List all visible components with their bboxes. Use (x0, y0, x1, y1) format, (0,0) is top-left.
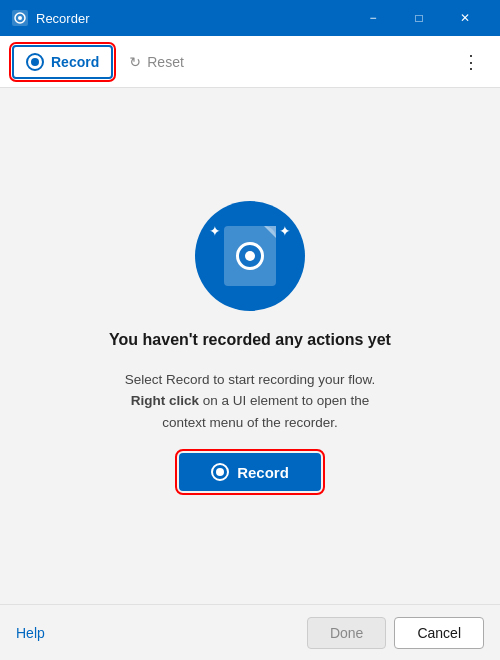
app-title: Recorder (36, 11, 89, 26)
toolbar-left: Record ↺ Reset (12, 45, 196, 79)
svg-point-2 (18, 16, 22, 20)
record-icon-inner (31, 58, 39, 66)
record-icon-main (211, 463, 229, 481)
title-bar-controls: − □ ✕ (350, 0, 488, 36)
toolbar-reset-label: Reset (147, 54, 184, 70)
empty-state-desc: Select Record to start recording your fl… (110, 369, 390, 434)
record-icon (26, 53, 44, 71)
record-circle-hero (236, 242, 264, 270)
title-bar: Recorder − □ ✕ (0, 0, 500, 36)
hero-icon-inner (224, 226, 276, 286)
empty-state-title: You haven't recorded any actions yet (109, 331, 391, 349)
hero-icon: ✦ ✦ (195, 201, 305, 311)
toolbar: Record ↺ Reset ⋮ (0, 36, 500, 88)
record-icon-main-inner (216, 468, 224, 476)
record-dot-hero (245, 251, 255, 261)
app-icon (12, 10, 28, 26)
toolbar-reset-button[interactable]: ↺ Reset (117, 48, 196, 76)
done-button: Done (307, 617, 386, 649)
doc-shape (224, 226, 276, 286)
close-button[interactable]: ✕ (442, 0, 488, 36)
footer-right: Done Cancel (307, 617, 484, 649)
footer: Help Done Cancel (0, 604, 500, 660)
title-bar-left: Recorder (12, 10, 89, 26)
toolbar-record-button[interactable]: Record (12, 45, 113, 79)
main-record-label: Record (237, 464, 289, 481)
empty-desc-text1: Select Record to start recording your fl… (125, 372, 376, 387)
main-record-button[interactable]: Record (179, 453, 321, 491)
toolbar-record-label: Record (51, 54, 99, 70)
empty-desc-bold: Right click (131, 393, 199, 408)
sparkle-right: ✦ (279, 223, 291, 239)
toolbar-more-button[interactable]: ⋮ (454, 45, 488, 79)
main-content: ✦ ✦ You haven't recorded any actions yet… (0, 88, 500, 604)
help-button[interactable]: Help (16, 625, 45, 641)
sparkle-left: ✦ (209, 223, 221, 239)
maximize-button[interactable]: □ (396, 0, 442, 36)
reset-icon: ↺ (129, 54, 141, 70)
cancel-button[interactable]: Cancel (394, 617, 484, 649)
minimize-button[interactable]: − (350, 0, 396, 36)
